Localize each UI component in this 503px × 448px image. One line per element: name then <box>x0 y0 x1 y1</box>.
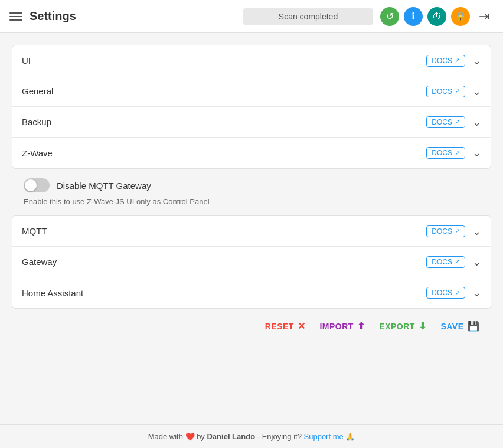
reset-icon: ✕ <box>298 321 306 332</box>
import-icon: ⬆ <box>357 321 365 332</box>
info-icon[interactable]: ℹ <box>404 7 423 26</box>
footer-by: by <box>197 432 207 441</box>
settings-row-gateway[interactable]: Gateway DOCS ↗ ⌄ <box>12 247 491 277</box>
settings-label-general: General <box>22 86 426 96</box>
settings-label-home-assistant: Home Assistant <box>22 288 426 298</box>
docs-text-zwave: DOCS <box>432 149 452 157</box>
mqtt-gateway-section: Disable MQTT Gateway Enable this to use … <box>12 169 491 215</box>
settings-row-ui[interactable]: UI DOCS ↗ ⌄ <box>12 45 491 76</box>
chevron-icon-general: ⌄ <box>472 86 481 97</box>
export-label: EXPORT <box>379 322 415 331</box>
main-content: UI DOCS ↗ ⌄ General DOCS ↗ ⌄ Backup DOCS… <box>0 33 503 424</box>
chevron-icon-gateway: ⌄ <box>472 257 481 267</box>
chevron-icon-zwave: ⌄ <box>472 148 481 158</box>
chevron-icon-backup: ⌄ <box>472 117 481 127</box>
menu-icon[interactable] <box>9 12 22 21</box>
settings-row-backup[interactable]: Backup DOCS ↗ ⌄ <box>12 107 491 138</box>
settings-card-top: UI DOCS ↗ ⌄ General DOCS ↗ ⌄ Backup DOCS… <box>12 45 491 169</box>
footer-enjoying: - Enjoying it? <box>257 432 302 441</box>
import-label: IMPORT <box>319 322 353 331</box>
mqtt-gateway-description: Enable this to use Z-Wave JS UI only as … <box>24 197 479 206</box>
docs-badge-gateway[interactable]: DOCS ↗ <box>426 256 465 268</box>
settings-label-zwave: Z-Wave <box>22 148 426 158</box>
header-icon-group: ↺ ℹ ⏱ 🔒 ⇥ <box>380 7 494 26</box>
docs-text-mqtt: DOCS <box>432 227 452 236</box>
external-link-icon-gateway: ↗ <box>455 258 460 266</box>
footer-support-link[interactable]: Support me 🙏 <box>304 432 355 441</box>
scan-status-bar: Scan completed <box>243 8 373 25</box>
docs-badge-ui[interactable]: DOCS ↗ <box>426 55 465 67</box>
docs-badge-mqtt[interactable]: DOCS ↗ <box>426 225 465 237</box>
docs-text-general: DOCS <box>432 87 452 96</box>
chevron-icon-home-assistant: ⌄ <box>472 287 481 298</box>
exit-icon[interactable]: ⇥ <box>475 7 494 26</box>
external-link-icon-mqtt: ↗ <box>455 227 460 235</box>
external-link-icon-zwave: ↗ <box>455 149 460 157</box>
docs-text-backup: DOCS <box>432 118 452 126</box>
docs-text-ui: DOCS <box>432 57 452 65</box>
external-link-icon-backup: ↗ <box>455 118 460 126</box>
settings-card-bottom: MQTT DOCS ↗ ⌄ Gateway DOCS ↗ ⌄ Home Assi… <box>12 215 491 309</box>
chevron-icon-ui: ⌄ <box>472 55 481 66</box>
app-header: Settings Scan completed ↺ ℹ ⏱ 🔒 ⇥ <box>0 0 503 33</box>
history-icon[interactable]: ⏱ <box>427 7 446 26</box>
save-icon: 💾 <box>468 321 480 332</box>
docs-text-home-assistant: DOCS <box>432 289 452 297</box>
export-icon: ⬇ <box>419 321 427 332</box>
settings-row-home-assistant[interactable]: Home Assistant DOCS ↗ ⌄ <box>12 277 491 308</box>
settings-label-gateway: Gateway <box>22 257 426 267</box>
page-title: Settings <box>30 9 76 23</box>
footer-made-with: Made with <box>148 432 185 441</box>
docs-badge-home-assistant[interactable]: DOCS ↗ <box>426 287 465 299</box>
toggle-thumb <box>25 179 37 191</box>
docs-badge-general[interactable]: DOCS ↗ <box>426 86 465 97</box>
refresh-icon[interactable]: ↺ <box>380 7 399 26</box>
settings-label-mqtt: MQTT <box>22 226 426 236</box>
save-button[interactable]: SAVE 💾 <box>440 321 479 332</box>
reset-button[interactable]: RESET ✕ <box>265 321 306 332</box>
footer-author: Daniel Lando <box>207 432 255 441</box>
heart-icon: ❤️ <box>185 432 195 441</box>
external-link-icon-general: ↗ <box>455 87 460 95</box>
settings-row-zwave[interactable]: Z-Wave DOCS ↗ ⌄ <box>12 138 491 168</box>
mqtt-gateway-toggle-label: Disable MQTT Gateway <box>57 181 151 191</box>
external-link-icon-home-assistant: ↗ <box>455 289 460 297</box>
footer: Made with ❤️ by Daniel Lando - Enjoying … <box>0 424 503 448</box>
lock-icon[interactable]: 🔒 <box>451 7 470 26</box>
settings-row-general[interactable]: General DOCS ↗ ⌄ <box>12 76 491 107</box>
docs-badge-zwave[interactable]: DOCS ↗ <box>426 147 465 159</box>
save-label: SAVE <box>440 322 463 331</box>
export-button[interactable]: EXPORT ⬇ <box>379 321 426 332</box>
reset-label: RESET <box>265 322 294 331</box>
docs-text-gateway: DOCS <box>432 258 452 266</box>
chevron-icon-mqtt: ⌄ <box>472 226 481 237</box>
docs-badge-backup[interactable]: DOCS ↗ <box>426 116 465 128</box>
toggle-row: Disable MQTT Gateway <box>24 178 479 192</box>
settings-label-backup: Backup <box>22 117 426 127</box>
import-button[interactable]: IMPORT ⬆ <box>319 321 365 332</box>
external-link-icon-ui: ↗ <box>455 57 460 64</box>
actions-row: RESET ✕ IMPORT ⬆ EXPORT ⬇ SAVE 💾 <box>12 309 491 344</box>
mqtt-gateway-toggle[interactable] <box>24 178 50 192</box>
settings-label-ui: UI <box>22 55 426 66</box>
settings-row-mqtt[interactable]: MQTT DOCS ↗ ⌄ <box>12 216 491 247</box>
